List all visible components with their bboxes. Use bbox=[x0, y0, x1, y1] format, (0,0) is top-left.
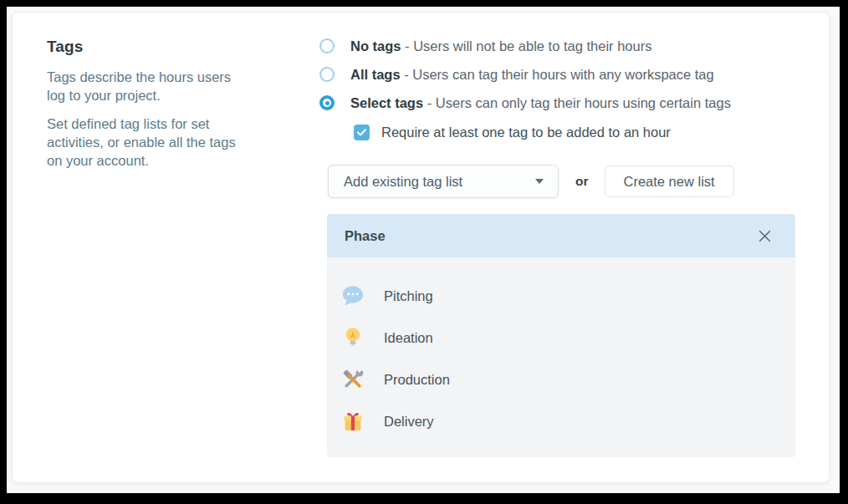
radio-label-description: Users can tag their hours with any works… bbox=[412, 67, 713, 82]
radio-button-icon[interactable] bbox=[319, 38, 335, 53]
gift-icon bbox=[341, 410, 365, 433]
radio-label-separator: - bbox=[401, 38, 414, 53]
checkbox-checked-icon[interactable] bbox=[354, 125, 370, 140]
checkmark-icon bbox=[357, 129, 366, 136]
radio-label-separator: - bbox=[401, 67, 413, 82]
tag-item-production: Production bbox=[327, 359, 795, 400]
radio-label: All tags - Users can tag their hours wit… bbox=[350, 67, 714, 83]
add-existing-tag-list-dropdown[interactable]: Add existing tag list bbox=[328, 165, 559, 198]
radio-label-strong: No tags bbox=[350, 38, 401, 53]
radio-label-description: Users can only tag their hours using cer… bbox=[436, 95, 731, 110]
hammer-and-wrench-icon bbox=[341, 368, 365, 391]
tag-list-actions: Add existing tag list or Create new list bbox=[328, 165, 734, 198]
tag-item-label: Pitching bbox=[384, 288, 433, 304]
app-viewport: Tags Tags describe the hours users log t… bbox=[7, 7, 840, 493]
radio-label-description: Users will not be able to tag their hour… bbox=[413, 38, 651, 53]
radio-button-icon[interactable] bbox=[319, 67, 335, 82]
speech-balloon-icon bbox=[341, 284, 365, 308]
tag-item-delivery: Delivery bbox=[327, 400, 795, 442]
dropdown-label: Add existing tag list bbox=[344, 174, 462, 190]
tag-list-header: Phase bbox=[327, 214, 795, 257]
radio-no-tags[interactable]: No tags - Users will not be able to tag … bbox=[319, 36, 731, 56]
tag-item-label: Delivery bbox=[384, 414, 434, 430]
create-new-list-button[interactable]: Create new list bbox=[605, 165, 734, 197]
settings-card: Tags Tags describe the hours users log t… bbox=[12, 12, 830, 483]
section-description-2: Set defined tag lists for set activities… bbox=[47, 115, 298, 170]
tag-item-pitching: Pitching bbox=[327, 275, 795, 317]
checkbox-label: Require at least one tag to be added to … bbox=[381, 125, 671, 140]
radio-label: No tags - Users will not be able to tag … bbox=[350, 38, 651, 54]
tags-section-intro: Tags Tags describe the hours users log t… bbox=[47, 38, 298, 180]
radio-select-tags[interactable]: Select tags - Users can only tag their h… bbox=[319, 93, 731, 113]
section-title: Tags bbox=[47, 38, 298, 56]
close-icon[interactable] bbox=[755, 227, 774, 246]
tag-mode-radio-group: No tags - Users will not be able to tag … bbox=[319, 36, 731, 140]
require-tag-checkbox-row[interactable]: Require at least one tag to be added to … bbox=[354, 124, 731, 140]
tag-item-label: Ideation bbox=[384, 330, 433, 346]
or-separator-label: or bbox=[575, 174, 589, 189]
radio-label: Select tags - Users can only tag their h… bbox=[350, 95, 731, 111]
radio-all-tags[interactable]: All tags - Users can tag their hours wit… bbox=[319, 64, 731, 84]
radio-label-strong: Select tags bbox=[350, 95, 423, 110]
light-bulb-icon bbox=[341, 326, 365, 349]
radio-label-strong: All tags bbox=[350, 67, 401, 82]
chevron-down-icon bbox=[535, 179, 544, 184]
radio-button-icon-selected[interactable] bbox=[319, 95, 335, 110]
tag-item-label: Production bbox=[384, 372, 450, 388]
tag-list-body: Pitching Ideation bbox=[327, 257, 795, 457]
tag-item-ideation: Ideation bbox=[327, 317, 795, 359]
section-description-1: Tags describe the hours users log to you… bbox=[47, 68, 298, 104]
tag-list-card: Phase Pitching bbox=[327, 214, 795, 457]
radio-label-separator: - bbox=[423, 95, 436, 110]
tag-list-title: Phase bbox=[345, 228, 386, 244]
